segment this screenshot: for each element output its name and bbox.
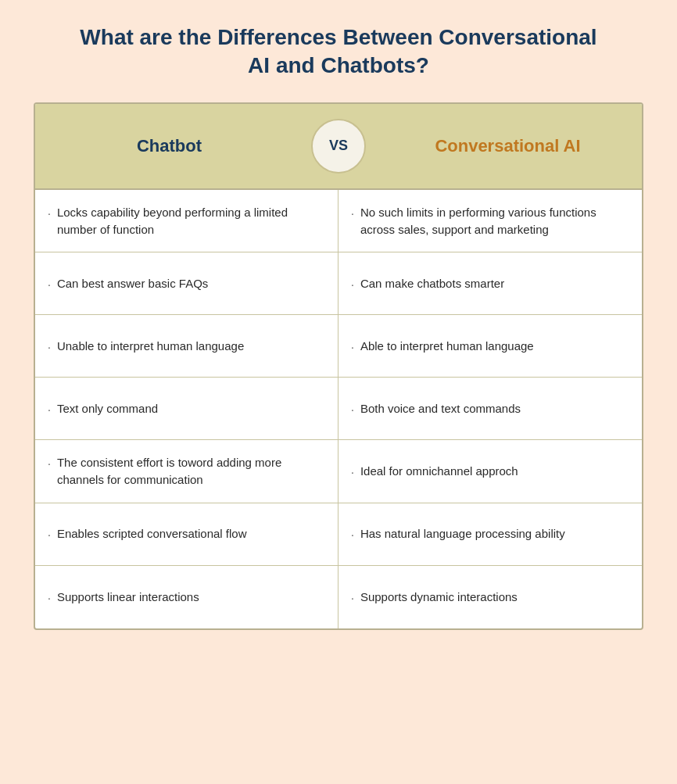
chatbot-text-2: Unable to interpret human language	[57, 338, 244, 355]
conv-ai-cell-2: · Able to interpret human language	[338, 315, 642, 377]
conv-ai-cell-3: · Both voice and text commands	[338, 378, 642, 439]
comparison-table: Chatbot VS Conversational AI · Locks cap…	[34, 102, 643, 630]
chatbot-cell-5: · Enables scripted conversational flow	[35, 503, 338, 565]
chatbot-cell-content-5: · Enables scripted conversational flow	[48, 525, 247, 542]
table-row: · Can best answer basic FAQs · Can make …	[35, 252, 642, 315]
page-title: What are the Differences Between Convers…	[73, 23, 604, 81]
conv-ai-text-3: Both voice and text commands	[360, 400, 521, 417]
chatbot-text-5: Enables scripted conversational flow	[57, 525, 247, 542]
chatbot-cell-content-1: · Can best answer basic FAQs	[48, 275, 208, 292]
bullet-left-3: ·	[48, 402, 51, 417]
table-row: · Enables scripted conversational flow ·…	[35, 503, 642, 566]
bullet-right-5: ·	[351, 527, 354, 542]
bullet-right-4: ·	[351, 464, 354, 480]
page-wrapper: What are the Differences Between Convers…	[31, 23, 646, 630]
conv-ai-cell-0: · No such limits in performing various f…	[338, 190, 642, 252]
vs-label: VS	[329, 138, 348, 154]
conv-ai-cell-content-1: · Can make chatbots smarter	[351, 275, 504, 292]
conv-ai-text-2: Able to interpret human language	[360, 338, 534, 355]
bullet-right-0: ·	[351, 206, 354, 221]
conv-ai-text-4: Ideal for omnichannel approch	[360, 463, 518, 480]
conv-ai-header-label: Conversational AI	[374, 120, 642, 172]
conv-ai-text-1: Can make chatbots smarter	[360, 275, 504, 292]
bullet-right-2: ·	[351, 339, 354, 355]
chatbot-cell-4: · The consistent effort is toword adding…	[35, 440, 338, 503]
bullet-right-6: ·	[351, 590, 354, 606]
conv-ai-cell-content-5: · Has natural language processing abilit…	[351, 525, 565, 542]
table-row: · Text only command · Both voice and tex…	[35, 378, 642, 440]
chatbot-cell-3: · Text only command	[35, 378, 338, 439]
chatbot-cell-1: · Can best answer basic FAQs	[35, 252, 338, 314]
chatbot-text-4: The consistent effort is toword adding m…	[57, 454, 322, 489]
table-header: Chatbot VS Conversational AI	[35, 104, 642, 190]
table-row: · Supports linear interactions · Support…	[35, 566, 642, 628]
table-row: · Unable to interpret human language · A…	[35, 315, 642, 378]
vs-divider: VS	[303, 111, 374, 181]
vs-circle: VS	[311, 119, 366, 174]
bullet-right-1: ·	[351, 277, 354, 292]
conv-ai-text-0: No such limits in performing various fun…	[360, 204, 626, 238]
bullet-left-4: ·	[48, 456, 51, 471]
bullet-left-0: ·	[48, 206, 51, 221]
conv-ai-cell-6: · Supports dynamic interactions	[338, 566, 642, 628]
chatbot-cell-content-0: · Locks capability beyond performing a l…	[48, 204, 322, 238]
chatbot-cell-2: · Unable to interpret human language	[35, 315, 338, 377]
conv-ai-cell-4: · Ideal for omnichannel approch	[338, 440, 642, 503]
chatbot-text-3: Text only command	[57, 400, 158, 417]
chatbot-cell-6: · Supports linear interactions	[35, 566, 338, 628]
chatbot-text-0: Locks capability beyond performing a lim…	[57, 204, 322, 238]
chatbot-cell-0: · Locks capability beyond performing a l…	[35, 190, 338, 252]
chatbot-cell-content-2: · Unable to interpret human language	[48, 338, 244, 355]
chatbot-text-6: Supports linear interactions	[57, 589, 199, 606]
table-row: · Locks capability beyond performing a l…	[35, 190, 642, 253]
conv-ai-cell-1: · Can make chatbots smarter	[338, 252, 642, 314]
bullet-left-2: ·	[48, 339, 51, 355]
conv-ai-cell-content-3: · Both voice and text commands	[351, 400, 521, 417]
chatbot-header-label: Chatbot	[35, 120, 303, 172]
bullet-left-1: ·	[48, 277, 51, 292]
conv-ai-cell-content-2: · Able to interpret human language	[351, 338, 534, 355]
conv-ai-cell-5: · Has natural language processing abilit…	[338, 503, 642, 565]
conv-ai-cell-content-4: · Ideal for omnichannel approch	[351, 463, 518, 480]
chatbot-cell-content-4: · The consistent effort is toword adding…	[48, 454, 322, 489]
bullet-right-3: ·	[351, 402, 354, 417]
bullet-left-5: ·	[48, 527, 51, 542]
conv-ai-text-6: Supports dynamic interactions	[360, 589, 518, 606]
table-body: · Locks capability beyond performing a l…	[35, 190, 642, 628]
chatbot-cell-content-6: · Supports linear interactions	[48, 589, 199, 606]
chatbot-text-1: Can best answer basic FAQs	[57, 275, 208, 292]
table-row: · The consistent effort is toword adding…	[35, 440, 642, 503]
chatbot-cell-content-3: · Text only command	[48, 400, 158, 417]
conv-ai-cell-content-0: · No such limits in performing various f…	[351, 204, 626, 238]
conv-ai-cell-content-6: · Supports dynamic interactions	[351, 589, 518, 606]
bullet-left-6: ·	[48, 590, 51, 606]
conv-ai-text-5: Has natural language processing ability	[360, 525, 565, 542]
